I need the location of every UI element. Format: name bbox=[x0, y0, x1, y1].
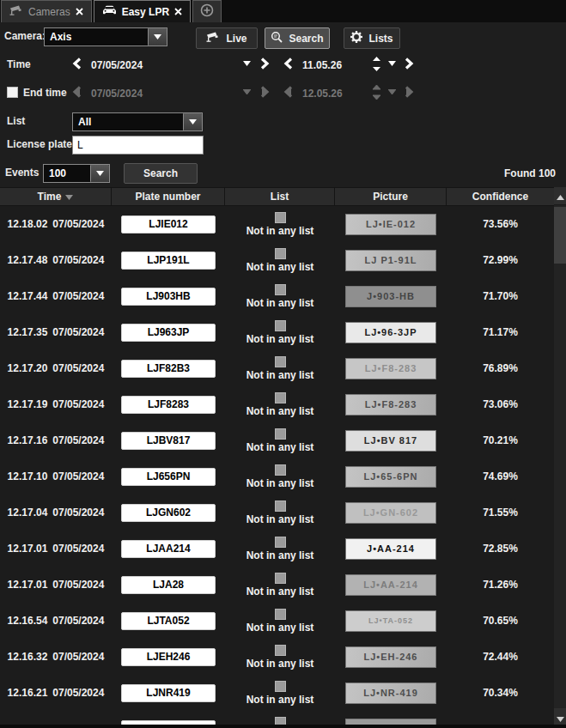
column-header-picture[interactable]: Picture bbox=[335, 188, 447, 205]
table-row[interactable]: 12.17.19 07/05/2024 LJF8283 Not in any l… bbox=[0, 386, 554, 422]
table-row[interactable]: 12.17.01 07/05/2024 LJAA214 Not in any l… bbox=[0, 531, 554, 567]
list-color-square-icon[interactable] bbox=[275, 609, 286, 620]
plate-number-box[interactable]: LJNR419 bbox=[121, 684, 216, 702]
row-list-cell: Not in any list bbox=[225, 392, 335, 417]
table-row[interactable]: 12.17.48 07/05/2024 LJP191L Not in any l… bbox=[0, 242, 554, 278]
column-header-list[interactable]: List bbox=[225, 188, 335, 205]
chevron-down-icon[interactable] bbox=[183, 113, 202, 130]
chevron-down-icon[interactable] bbox=[148, 28, 167, 46]
plate-number-box[interactable]: LJ656PN bbox=[121, 468, 216, 486]
chevron-down-icon[interactable] bbox=[90, 165, 109, 182]
plate-image[interactable]: J•903-HB bbox=[345, 286, 436, 307]
plate-number-box[interactable]: LJAA214 bbox=[121, 540, 216, 558]
table-row[interactable]: 12.17.01 07/05/2024 LJA28 Not in any lis… bbox=[0, 567, 554, 603]
close-icon[interactable] bbox=[76, 8, 83, 15]
list-color-square-icon[interactable] bbox=[275, 320, 286, 331]
list-color-square-icon[interactable] bbox=[275, 392, 286, 403]
table-row[interactable]: 12.17.10 07/05/2024 LJ656PN Not in any l… bbox=[0, 458, 554, 494]
table-row[interactable]: 12.17.16 07/05/2024 LJBV817 Not in any l… bbox=[0, 422, 554, 458]
plate-number-box[interactable]: LJEH246 bbox=[121, 648, 216, 666]
plate-image[interactable]: LJ•NR-419 bbox=[345, 682, 436, 704]
column-header-confidence[interactable]: Confidence bbox=[447, 188, 554, 205]
plate-image[interactable]: LJ•BV 817 bbox=[345, 430, 436, 452]
start-date-value[interactable]: 07/05/2024 bbox=[91, 59, 143, 71]
column-header-plate-number[interactable]: Plate number bbox=[112, 188, 225, 205]
plate-image[interactable]: LJ•65-6PN bbox=[345, 466, 436, 488]
table-row[interactable]: 12.17.20 07/05/2024 LJF82B3 Not in any l… bbox=[0, 350, 554, 386]
plate-image[interactable]: LJ•TA-052 bbox=[345, 610, 436, 632]
row-date-value: 07/05/2024 bbox=[52, 507, 104, 519]
date-back-button[interactable] bbox=[72, 58, 82, 70]
plate-number-box[interactable]: LJIE012 bbox=[121, 215, 216, 234]
license-plate-input[interactable] bbox=[72, 136, 204, 155]
plate-image-text: LJ•TA-052 bbox=[368, 616, 413, 625]
table-row[interactable]: 12.16.32 07/05/2024 LJEH246 Not in any l… bbox=[0, 639, 554, 675]
plate-image[interactable]: LJ•AA-214 bbox=[345, 574, 436, 596]
live-button[interactable]: Live bbox=[196, 27, 258, 49]
time-dropdown-caret-icon[interactable] bbox=[388, 61, 396, 66]
scroll-down-button[interactable] bbox=[554, 708, 566, 726]
time-spinner[interactable] bbox=[373, 57, 380, 71]
list-color-square-icon[interactable] bbox=[275, 645, 286, 656]
row-date-value: 07/05/2024 bbox=[52, 687, 104, 699]
list-select[interactable]: All bbox=[72, 112, 203, 131]
end-time-checkbox[interactable] bbox=[7, 87, 18, 98]
table-row[interactable]: 12.17.35 07/05/2024 LJ963JP Not in any l… bbox=[0, 314, 554, 350]
list-color-square-icon[interactable] bbox=[275, 573, 286, 584]
plate-number-box[interactable]: LJF82B3 bbox=[121, 360, 216, 378]
list-color-square-icon[interactable] bbox=[275, 428, 286, 440]
plate-number-box[interactable]: LJTA052 bbox=[121, 612, 216, 630]
list-color-square-icon[interactable] bbox=[275, 681, 286, 692]
lists-button[interactable]: Lists bbox=[344, 27, 400, 49]
camera-select[interactable]: Axis bbox=[44, 27, 167, 46]
list-color-square-icon[interactable] bbox=[275, 464, 286, 476]
date-dropdown-caret-icon[interactable] bbox=[243, 61, 251, 66]
table-row[interactable]: 12.17.44 07/05/2024 LJ903HB Not in any l… bbox=[0, 278, 554, 314]
plate-number-box[interactable]: LJGN602 bbox=[121, 504, 216, 522]
plate-number-box[interactable]: LJP191L bbox=[121, 252, 216, 270]
events-count-select[interactable]: 100 bbox=[43, 164, 110, 183]
table-row[interactable]: 12.16.21 07/05/2024 LJNR419 Not in any l… bbox=[0, 675, 554, 711]
plate-number-box[interactable]: LJA28 bbox=[121, 576, 216, 594]
list-color-square-icon[interactable] bbox=[275, 537, 286, 548]
time-forward-button[interactable] bbox=[404, 58, 414, 70]
new-tab-button[interactable] bbox=[192, 0, 222, 22]
plate-image[interactable]: LJ•F8-283 bbox=[345, 394, 436, 416]
plate-image[interactable]: LJ P1-91L bbox=[345, 250, 436, 271]
plate-number-box[interactable]: LJ963JP bbox=[121, 324, 216, 342]
list-color-square-icon[interactable] bbox=[275, 248, 286, 259]
plate-image[interactable]: LJ•IE-012 bbox=[345, 214, 436, 235]
list-color-square-icon[interactable] bbox=[275, 284, 286, 295]
start-time-value[interactable]: 11.05.26 bbox=[302, 59, 342, 71]
table-row[interactable]: 12.18.02 07/05/2024 LJIE012 Not in any l… bbox=[0, 206, 554, 242]
time-back-button[interactable] bbox=[283, 58, 294, 70]
column-header-time[interactable]: Time bbox=[0, 188, 112, 205]
row-list-cell: Not in any list bbox=[225, 320, 335, 345]
plate-image[interactable]: LJ•MK-222 bbox=[345, 719, 436, 725]
tab-easy-lpr[interactable]: Easy LPR bbox=[94, 0, 191, 22]
plate-number-box[interactable]: LJF8283 bbox=[121, 396, 216, 414]
scroll-up-button[interactable] bbox=[554, 187, 566, 205]
list-color-square-icon[interactable] bbox=[275, 717, 286, 725]
plate-image[interactable]: LJ•EH-246 bbox=[345, 646, 436, 668]
date-forward-button[interactable] bbox=[259, 58, 270, 70]
list-color-square-icon[interactable] bbox=[275, 500, 286, 512]
plate-image[interactable]: LJ•GN-602 bbox=[345, 502, 436, 524]
close-icon[interactable] bbox=[174, 8, 182, 15]
list-color-square-icon[interactable] bbox=[275, 356, 286, 367]
time-spinner bbox=[373, 85, 380, 100]
table-row[interactable]: 12.16.08 07/05/2024 LJMK222 Not in any l… bbox=[0, 711, 554, 725]
vertical-scrollbar[interactable] bbox=[554, 187, 566, 728]
scrollbar-thumb[interactable] bbox=[554, 207, 566, 264]
plate-number-box[interactable]: LJBV817 bbox=[121, 432, 216, 450]
plate-image[interactable]: J•AA-214 bbox=[345, 538, 436, 560]
search-view-button[interactable]: Search bbox=[265, 27, 330, 49]
search-button[interactable]: Search bbox=[124, 163, 198, 184]
plate-number-box[interactable]: LJ903HB bbox=[121, 288, 216, 306]
plate-image[interactable]: LJ•96-3JP bbox=[345, 322, 436, 343]
list-color-square-icon[interactable] bbox=[275, 212, 286, 223]
plate-image[interactable]: LJ•F8-283 bbox=[345, 358, 436, 379]
tab-cameras[interactable]: Cameras bbox=[1, 0, 92, 22]
table-row[interactable]: 12.16.54 07/05/2024 LJTA052 Not in any l… bbox=[0, 603, 554, 639]
table-row[interactable]: 12.17.04 07/05/2024 LJGN602 Not in any l… bbox=[0, 494, 554, 531]
